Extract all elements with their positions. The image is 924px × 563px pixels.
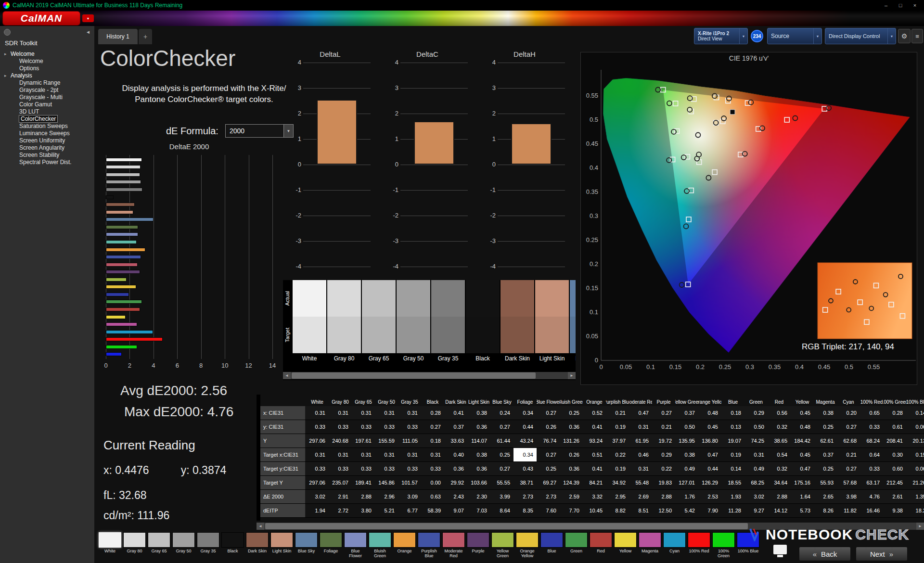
sidebar-item-grayscale-multi[interactable]: Grayscale - Multi	[0, 94, 94, 101]
sidebar-item-welcome[interactable]: Welcome	[0, 58, 94, 65]
table-cell[interactable]: 0.63	[421, 490, 444, 503]
table-cell[interactable]: 0.28	[883, 406, 906, 420]
table-cell[interactable]: 1.94	[306, 504, 329, 517]
table-cell[interactable]: 3.02	[306, 490, 329, 503]
sidebar-item-color-gamut[interactable]: Color Gamut	[0, 101, 94, 108]
table-cell[interactable]: 38.65	[768, 434, 791, 448]
patch-chip-yellow-green[interactable]: Yellow Green	[491, 532, 514, 561]
display-icon[interactable]	[772, 545, 788, 559]
table-cell[interactable]: 136.80	[698, 434, 721, 448]
patch-chip-yellow[interactable]: Yellow	[614, 532, 637, 561]
table-cell[interactable]: 0.26	[537, 420, 560, 434]
table-cell[interactable]: 0.31	[352, 448, 375, 461]
table-cell[interactable]: 0.49	[675, 462, 698, 475]
table-cell[interactable]: 155.59	[375, 434, 398, 448]
table-cell[interactable]: 10.45	[583, 504, 606, 517]
table-cell[interactable]: 55.48	[629, 476, 652, 489]
table-cell[interactable]: 0.37	[675, 406, 698, 420]
table-cell[interactable]: 55.93	[814, 476, 837, 489]
table-cell[interactable]: 21.26	[906, 476, 924, 489]
table-cell[interactable]: 0.36	[560, 462, 583, 475]
sidebar-item-grayscale-2pt[interactable]: Grayscale - 2pt	[0, 87, 94, 94]
patch-chip-blue[interactable]: Blue	[540, 532, 563, 561]
table-cell[interactable]: 101.57	[398, 476, 421, 489]
table-cell[interactable]: 19.83	[652, 476, 675, 489]
table-cell[interactable]: 7.03	[467, 504, 490, 517]
table-cell[interactable]: 0.45	[791, 448, 814, 461]
table-cell[interactable]: 0.45	[698, 420, 721, 434]
table-cell[interactable]: 212.45	[883, 476, 906, 489]
patch-chip-cyan[interactable]: Cyan	[663, 532, 686, 561]
table-cell[interactable]: 131.26	[560, 434, 583, 448]
table-cell[interactable]: 5.21	[375, 504, 398, 517]
sidebar-item-screen-angularity[interactable]: Screen Angularity	[0, 144, 94, 152]
sidebar-item-analysis[interactable]: ▸Analysis	[0, 72, 94, 79]
sidebar-item-screen-stability[interactable]: Screen Stability	[0, 152, 94, 159]
patch-chip-foliage[interactable]: Foliage	[320, 532, 342, 561]
table-cell[interactable]: 2.59	[560, 490, 583, 503]
table-cell[interactable]: 0.60	[883, 462, 906, 475]
table-cell[interactable]: 61.44	[490, 434, 513, 448]
next-button[interactable]: Next »	[856, 547, 908, 561]
table-cell[interactable]: 0.47	[698, 448, 721, 461]
table-cell[interactable]: 0.19	[606, 462, 629, 475]
table-cell[interactable]: 0.33	[375, 420, 398, 434]
table-cell[interactable]: 5.42	[675, 504, 698, 517]
table-cell[interactable]: 0.06	[906, 462, 924, 475]
table-cell[interactable]: 0.36	[467, 420, 490, 434]
table-cell[interactable]: 235.07	[329, 476, 352, 489]
table-cell[interactable]: 3.98	[837, 490, 860, 503]
table-cell[interactable]: 0.61	[883, 420, 906, 434]
table-cell[interactable]: 3.32	[583, 490, 606, 503]
table-cell[interactable]: 0.31	[629, 420, 652, 434]
table-cell[interactable]: 0.31	[352, 406, 375, 420]
table-cell[interactable]: 61.95	[629, 434, 652, 448]
table-cell[interactable]: 12.50	[652, 504, 675, 517]
table-cell[interactable]: 2.91	[329, 490, 352, 503]
table-cell[interactable]: 93.24	[583, 434, 606, 448]
table-cell[interactable]: 0.33	[860, 420, 883, 434]
table-cell[interactable]: 69.27	[537, 476, 560, 489]
table-cell[interactable]: 8.35	[513, 504, 537, 517]
table-cell[interactable]: 8.64	[490, 504, 513, 517]
table-cell[interactable]: 0.21	[837, 448, 860, 461]
table-cell[interactable]: 74.25	[744, 434, 768, 448]
table-cell[interactable]: 0.54	[768, 448, 791, 461]
table-cell[interactable]: 184.42	[791, 434, 814, 448]
table-cell[interactable]: 0.51	[583, 448, 606, 461]
table-cell[interactable]: 189.41	[352, 476, 375, 489]
table-cell[interactable]: 0.33	[398, 420, 421, 434]
table-cell[interactable]: 103.66	[467, 476, 490, 489]
table-cell[interactable]: 0.32	[768, 462, 791, 475]
table-cell[interactable]: 62.68	[837, 434, 860, 448]
table-cell[interactable]: 0.48	[698, 406, 721, 420]
table-cell[interactable]: 8.51	[629, 504, 652, 517]
logo-dropdown-icon[interactable]: ▼	[82, 14, 94, 22]
table-cell[interactable]: 38.71	[513, 476, 537, 489]
table-cell[interactable]: 0.21	[606, 406, 629, 420]
table-cell[interactable]: 0.33	[352, 462, 375, 475]
table-cell[interactable]: 0.31	[306, 448, 329, 461]
table-cell[interactable]: 0.27	[490, 420, 513, 434]
table-cell[interactable]: 0.25	[537, 462, 560, 475]
table-cell[interactable]: 0.32	[768, 420, 791, 434]
display-control-dropdown[interactable]: Direct Display Control ▼	[825, 28, 896, 44]
table-cell[interactable]: 0.50	[744, 420, 768, 434]
patch-chip-100-green[interactable]: 100% Green	[712, 532, 735, 561]
table-cell[interactable]: 11.28	[721, 504, 744, 517]
table-cell[interactable]: 0.29	[744, 406, 768, 420]
table-cell[interactable]: 0.65	[860, 406, 883, 420]
patch-chip-orange-yellow[interactable]: Orange Yellow	[516, 532, 539, 561]
table-cell[interactable]: 0.19	[606, 420, 629, 434]
table-cell[interactable]: 1.64	[791, 490, 814, 503]
close-button[interactable]: ×	[908, 0, 922, 10]
patch-chip-purplish-blue[interactable]: Purplish Blue	[418, 532, 440, 561]
table-cell[interactable]: 0.27	[652, 406, 675, 420]
table-cell[interactable]: 0.27	[837, 462, 860, 475]
table-cell[interactable]: 1.76	[675, 490, 698, 503]
sidebar-item-options[interactable]: Options	[0, 65, 94, 72]
settings-gear-icon[interactable]: ⚙	[898, 29, 911, 43]
table-cell[interactable]: 63.17	[860, 476, 883, 489]
table-cell[interactable]: 197.61	[352, 434, 375, 448]
table-cell[interactable]: 297.06	[306, 434, 329, 448]
